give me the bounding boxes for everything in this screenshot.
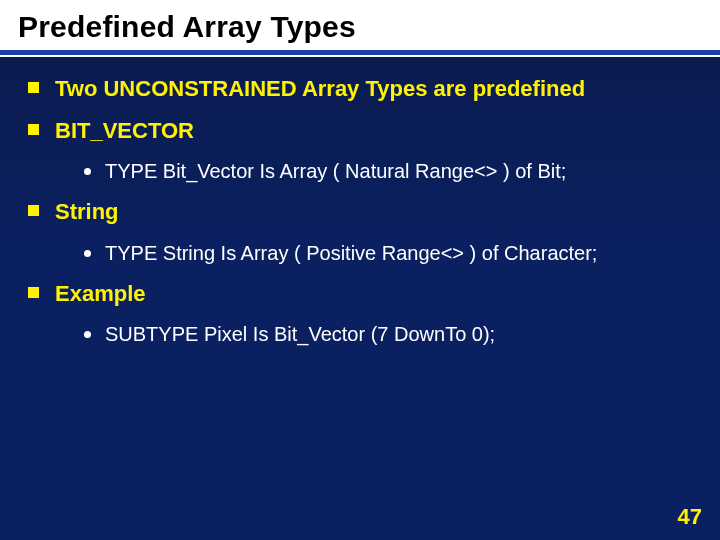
dot-bullet-icon (84, 331, 91, 338)
page-number: 47 (678, 504, 702, 530)
sub-list-item: TYPE Bit_Vector Is Array ( Natural Range… (84, 158, 692, 184)
item-text: Two UNCONSTRAINED Array Types are predef… (55, 75, 585, 103)
square-bullet-icon (28, 124, 39, 135)
item-text: Example (55, 280, 146, 308)
item-text: String (55, 198, 119, 226)
list-item: Two UNCONSTRAINED Array Types are predef… (28, 75, 692, 103)
sub-list-item: SUBTYPE Pixel Is Bit_Vector (7 DownTo 0)… (84, 321, 692, 347)
sub-item-text: SUBTYPE Pixel Is Bit_Vector (7 DownTo 0)… (105, 321, 495, 347)
dot-bullet-icon (84, 168, 91, 175)
square-bullet-icon (28, 287, 39, 298)
item-text: BIT_VECTOR (55, 117, 194, 145)
list-item: String (28, 198, 692, 226)
square-bullet-icon (28, 82, 39, 93)
sub-item-text: TYPE String Is Array ( Positive Range<> … (105, 240, 597, 266)
slide: Predefined Array Types Two UNCONSTRAINED… (0, 0, 720, 540)
list-item: BIT_VECTOR (28, 117, 692, 145)
title-bar: Predefined Array Types (0, 0, 720, 57)
title-underline (0, 50, 720, 55)
square-bullet-icon (28, 205, 39, 216)
list-item: Example (28, 280, 692, 308)
sub-item-text: TYPE Bit_Vector Is Array ( Natural Range… (105, 158, 566, 184)
slide-title: Predefined Array Types (0, 0, 720, 50)
content-area: Two UNCONSTRAINED Array Types are predef… (0, 57, 720, 347)
sub-list-item: TYPE String Is Array ( Positive Range<> … (84, 240, 692, 266)
dot-bullet-icon (84, 250, 91, 257)
